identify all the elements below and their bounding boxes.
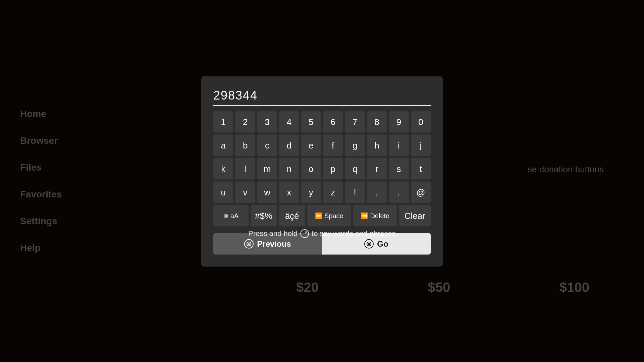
- key-row-kt: k l m n o p q r s t: [213, 158, 431, 180]
- key-p[interactable]: p: [323, 158, 343, 180]
- key-4[interactable]: 4: [279, 111, 299, 133]
- sidebar-item-files[interactable]: Files: [20, 162, 94, 173]
- key-c[interactable]: c: [257, 135, 277, 156]
- text-input[interactable]: [213, 88, 431, 106]
- key-row-aj: a b c d e f g h i j: [213, 135, 431, 156]
- key-9[interactable]: 9: [389, 111, 409, 133]
- key-accents[interactable]: äçé: [279, 205, 305, 227]
- donation-amounts: $20 $50 $100: [241, 280, 644, 295]
- svg-line-2: [248, 244, 250, 245]
- key-delete[interactable]: ⏪ Delete: [353, 205, 397, 227]
- key-symbols[interactable]: #$%: [251, 205, 277, 227]
- key-at[interactable]: @: [411, 182, 431, 203]
- sidebar: Home Browser Files Favorites Settings He…: [0, 0, 94, 362]
- key-k[interactable]: k: [213, 158, 233, 180]
- key-f[interactable]: f: [323, 135, 343, 156]
- key-row-special: ⊜ aA #$% äçé ⏩ Space ⏪ Delete Clear: [213, 205, 431, 227]
- key-a[interactable]: a: [213, 135, 233, 156]
- key-s[interactable]: s: [389, 158, 409, 180]
- key-j[interactable]: j: [411, 135, 431, 156]
- key-w[interactable]: w: [257, 182, 277, 203]
- key-comma[interactable]: ,: [367, 182, 387, 203]
- svg-rect-4: [368, 243, 369, 245]
- key-q[interactable]: q: [345, 158, 365, 180]
- key-v[interactable]: v: [235, 182, 255, 203]
- svg-rect-5: [369, 243, 370, 245]
- space-arrow-icon: ⏩: [315, 212, 322, 220]
- go-label: Go: [377, 239, 388, 249]
- key-b[interactable]: b: [235, 135, 255, 156]
- svg-point-0: [247, 242, 251, 246]
- key-1[interactable]: 1: [213, 111, 233, 133]
- key-8[interactable]: 8: [367, 111, 387, 133]
- sidebar-item-favorites[interactable]: Favorites: [20, 189, 94, 200]
- key-period[interactable]: .: [389, 182, 409, 203]
- key-0[interactable]: 0: [411, 111, 431, 133]
- mic-icon: 🎤: [300, 229, 309, 238]
- sidebar-item-browser[interactable]: Browser: [20, 135, 94, 146]
- amount-100: $100: [559, 280, 589, 295]
- case-icon: ⊜: [223, 212, 228, 220]
- key-o[interactable]: o: [301, 158, 321, 180]
- go-icon: [364, 239, 374, 249]
- key-y[interactable]: y: [301, 182, 321, 203]
- key-h[interactable]: h: [367, 135, 387, 156]
- key-space[interactable]: ⏩ Space: [307, 205, 351, 227]
- key-row-numbers: 1 2 3 4 5 6 7 8 9 0: [213, 111, 431, 133]
- previous-label: Previous: [257, 239, 291, 249]
- key-3[interactable]: 3: [257, 111, 277, 133]
- key-case-toggle[interactable]: ⊜ aA: [213, 205, 249, 227]
- key-z[interactable]: z: [323, 182, 343, 203]
- key-5[interactable]: 5: [301, 111, 321, 133]
- key-e[interactable]: e: [301, 135, 321, 156]
- hint-suffix: to say words and phrases: [312, 229, 396, 238]
- hint-text: Press and hold 🎤 to say words and phrase…: [248, 229, 395, 238]
- key-l[interactable]: l: [235, 158, 255, 180]
- key-2[interactable]: 2: [235, 111, 255, 133]
- previous-icon: [244, 239, 254, 249]
- key-m[interactable]: m: [257, 158, 277, 180]
- sidebar-item-settings[interactable]: Settings: [20, 216, 94, 227]
- key-x[interactable]: x: [279, 182, 299, 203]
- key-6[interactable]: 6: [323, 111, 343, 133]
- key-exclaim[interactable]: !: [345, 182, 365, 203]
- key-row-uz: u v w x y z ! , . @: [213, 182, 431, 203]
- sidebar-item-help[interactable]: Help: [20, 243, 94, 253]
- key-g[interactable]: g: [345, 135, 365, 156]
- key-d[interactable]: d: [279, 135, 299, 156]
- keyboard-modal: 1 2 3 4 5 6 7 8 9 0 a b c d e f g h i j …: [201, 76, 443, 267]
- keyboard: 1 2 3 4 5 6 7 8 9 0 a b c d e f g h i j …: [213, 111, 431, 227]
- key-i[interactable]: i: [389, 135, 409, 156]
- key-7[interactable]: 7: [345, 111, 365, 133]
- key-clear[interactable]: Clear: [399, 205, 431, 227]
- key-t[interactable]: t: [411, 158, 431, 180]
- sidebar-item-home[interactable]: Home: [20, 109, 94, 119]
- amount-50: $50: [428, 280, 450, 295]
- key-r[interactable]: r: [367, 158, 387, 180]
- donation-hint: se donation buttons: [528, 164, 604, 175]
- key-n[interactable]: n: [279, 158, 299, 180]
- hint-prefix: Press and hold: [248, 229, 298, 238]
- amount-20: $20: [296, 280, 319, 295]
- key-u[interactable]: u: [213, 182, 233, 203]
- delete-arrow-icon: ⏪: [361, 212, 368, 220]
